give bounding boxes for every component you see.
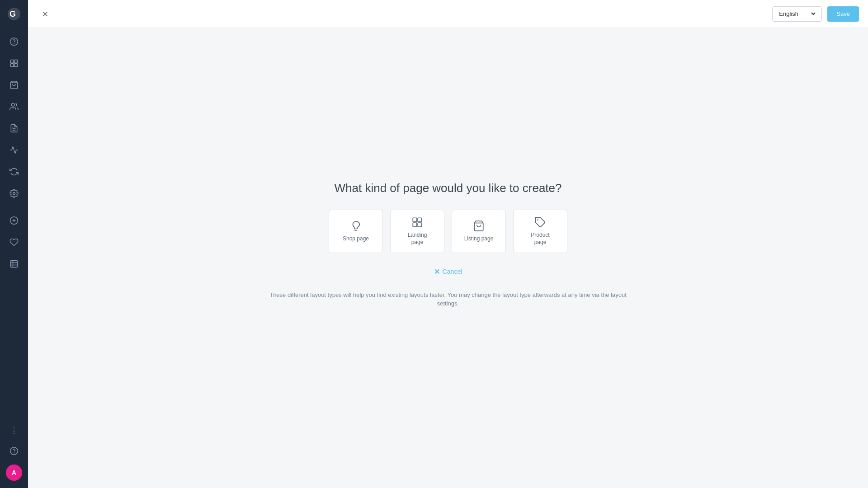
sidebar-icon-help[interactable] (4, 32, 24, 52)
more-options[interactable]: ⋮ (10, 424, 18, 437)
basket-icon (473, 220, 485, 232)
sidebar-bottom: ⋮ A (4, 424, 24, 488)
dialog-title: What kind of page would you like to crea… (335, 181, 562, 195)
header-right: English French German Spanish Save (772, 6, 859, 22)
tag-icon (534, 216, 546, 228)
svg-text:G: G (9, 9, 16, 19)
page-type-dialog: What kind of page would you like to crea… (258, 181, 638, 308)
svg-rect-6 (11, 64, 14, 67)
svg-rect-27 (418, 223, 422, 227)
svg-point-9 (11, 103, 14, 107)
cancel-x-icon: ✕ (434, 267, 440, 276)
svg-rect-4 (11, 60, 14, 63)
page-type-landing[interactable]: Landingpage (390, 210, 444, 253)
language-selector[interactable]: English French German Spanish (772, 6, 822, 22)
svg-rect-16 (11, 261, 18, 267)
sidebar-icon-customers[interactable] (4, 97, 24, 117)
cancel-label: Cancel (443, 268, 462, 275)
save-button[interactable]: Save (827, 6, 859, 22)
sidebar-icon-add[interactable] (4, 211, 24, 230)
layout-icon (411, 216, 423, 228)
svg-rect-25 (418, 218, 422, 222)
svg-rect-7 (14, 64, 18, 67)
svg-point-2 (10, 38, 18, 46)
sidebar-icon-table[interactable] (4, 254, 24, 274)
svg-point-12 (13, 192, 15, 195)
content-area: What kind of page would you like to crea… (28, 28, 868, 488)
sidebar-icon-sync[interactable] (4, 162, 24, 182)
svg-rect-24 (413, 218, 417, 222)
sidebar-icon-marketing[interactable] (4, 140, 24, 160)
sidebar: G (0, 0, 28, 488)
svg-point-20 (10, 447, 18, 455)
sidebar-icon-pages[interactable] (4, 53, 24, 73)
close-button[interactable] (37, 6, 53, 22)
avatar[interactable]: A (6, 465, 22, 481)
sidebar-icon-forms[interactable] (4, 118, 24, 138)
page-type-grid: Shop page Landingpage (329, 210, 567, 253)
sidebar-icon-settings[interactable] (4, 183, 24, 203)
cancel-button[interactable]: ✕ Cancel (434, 267, 462, 276)
logo[interactable]: G (0, 0, 28, 28)
svg-rect-5 (14, 60, 18, 63)
page-type-shop[interactable]: Shop page (329, 210, 383, 253)
listing-page-label: Listing page (464, 235, 494, 243)
page-type-listing[interactable]: Listing page (452, 210, 506, 253)
svg-rect-26 (413, 223, 417, 227)
sidebar-nav (4, 28, 24, 424)
language-dropdown[interactable]: English French German Spanish (777, 10, 817, 18)
page-type-product[interactable]: Productpage (513, 210, 567, 253)
sidebar-icon-help-bottom[interactable] (4, 441, 24, 461)
header: English French German Spanish Save (28, 0, 868, 28)
product-page-label: Productpage (531, 232, 549, 246)
shop-page-label: Shop page (343, 235, 369, 243)
sidebar-icon-apps[interactable] (4, 232, 24, 252)
main-area: English French German Spanish Save What … (28, 0, 868, 488)
landing-page-label: Landingpage (408, 232, 427, 246)
helper-text: These different layout types will help y… (258, 291, 638, 308)
lightbulb-icon (350, 220, 362, 232)
sidebar-icon-products[interactable] (4, 75, 24, 95)
